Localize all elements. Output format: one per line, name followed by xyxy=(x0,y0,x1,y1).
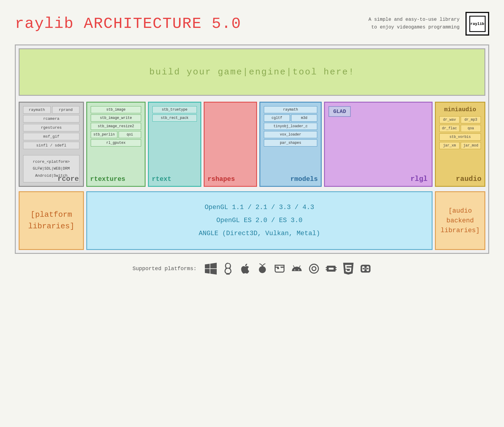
rtextures-label: rtextures xyxy=(90,176,125,183)
jar-mod-tag: jar_mod xyxy=(461,142,481,149)
dr-flac-tag: dr_flac xyxy=(439,125,460,132)
title-main: ARCHITECTURE xyxy=(84,15,212,33)
raymath-tag: raymath xyxy=(23,106,51,114)
raspberry-pi2-icon xyxy=(325,263,337,275)
opengl-box: OpenGL 1.1 / 2.1 / 3.3 / 4.3 OpenGL ES 2… xyxy=(86,191,433,250)
html5-icon xyxy=(342,263,354,275)
svg-point-0 xyxy=(259,266,266,273)
bottom-row: [platformlibraries] OpenGL 1.1 / 2.1 / 3… xyxy=(16,190,488,253)
rcore-top-modules: raymath rprand rcamera rgestures msf_gif… xyxy=(23,106,79,149)
cgltf-tag: cgltf xyxy=(264,114,290,122)
platforms-row: Supported platforms: xyxy=(15,254,489,281)
game-area: build your game|engine|tool here! xyxy=(19,48,485,96)
svg-rect-4 xyxy=(326,269,327,270)
rshapes-box: rshapes xyxy=(204,102,257,187)
svg-rect-12 xyxy=(364,268,367,270)
apple-icon xyxy=(239,263,251,275)
svg-point-10 xyxy=(363,268,364,270)
svg-point-11 xyxy=(367,268,369,270)
header-description: A simple and easy-to-use library to enjo… xyxy=(369,16,460,31)
raudio-row1: dr_wav dr_mp3 xyxy=(439,116,481,123)
rcamera-tag: rcamera xyxy=(23,115,79,122)
audio-backend-box: [audiobackendlibraries] xyxy=(435,191,485,250)
stb-image-tag: stb_image xyxy=(91,106,141,113)
rcore-row1: raymath rprand xyxy=(23,106,79,114)
jar-xm-tag: jar_xm xyxy=(439,142,460,149)
rmodels-box: raymath cgltf m3d tinyobj_loader_c vox_l… xyxy=(259,102,322,187)
middle-row: raymath rprand rcamera rgestures msf_gif… xyxy=(16,99,488,190)
linux-icon xyxy=(222,263,234,275)
stb-rect-pack-tag: stb_rect_pack xyxy=(152,114,197,122)
raspberry-pi-icon xyxy=(308,263,320,275)
header-desc-line1: A simple and easy-to-use library xyxy=(369,16,460,24)
raudio-box: miniaudio dr_wav dr_mp3 dr_flac qoa stb_… xyxy=(435,102,485,187)
platform-libs-box: [platformlibraries] xyxy=(19,191,84,250)
opengl-line2: OpenGL ES 2.0 / ES 3.0 xyxy=(216,217,302,224)
raudio-label: raudio xyxy=(456,175,481,183)
dr-mp3-tag: dr_mp3 xyxy=(461,116,481,123)
svg-rect-2 xyxy=(329,268,334,270)
opengl-text: OpenGL 1.1 / 2.1 / 3.3 / 4.3 OpenGL ES 2… xyxy=(199,201,320,240)
rgestures-tag: rgestures xyxy=(23,124,79,131)
architecture-container: build your game|engine|tool here! raymat… xyxy=(15,44,489,254)
title-text: raylib ARCHITECTURE 5.0 xyxy=(15,15,241,33)
header-desc-line2: to enjoy videogames programming xyxy=(369,24,460,31)
svg-rect-6 xyxy=(336,269,336,270)
rl-gputex-tag: rl_gputex xyxy=(91,139,141,146)
sinfl-tag: sinfl / sdefl xyxy=(23,142,79,149)
macos-icon xyxy=(256,263,268,275)
title-prefix: raylib xyxy=(15,15,84,33)
rshapes-label: rshapes xyxy=(208,176,235,183)
rmodels-label: rmodels xyxy=(291,176,318,183)
header: raylib ARCHITECTURE 5.0 A simple and eas… xyxy=(15,12,489,36)
dr-wav-tag: dr_wav xyxy=(439,116,460,123)
rprand-tag: rprand xyxy=(52,106,80,114)
svg-rect-3 xyxy=(326,267,327,268)
header-right: A simple and easy-to-use library to enjo… xyxy=(369,12,489,36)
rmodels-raymath-tag: raymath xyxy=(264,106,317,113)
raudio-row2: dr_flac qoa xyxy=(439,125,481,132)
stb-image-write-tag: stb_image_write xyxy=(91,114,141,122)
vox-loader-tag: vox_loader xyxy=(264,131,317,138)
m3d-tag: m3d xyxy=(291,114,317,122)
game-area-text: build your game|engine|tool here! xyxy=(31,67,473,77)
rtextures-box: stb_image stb_image_write stb_image_resi… xyxy=(86,102,146,187)
windows-icon xyxy=(205,263,217,275)
opengl-line1: OpenGL 1.1 / 2.1 / 3.3 / 4.3 xyxy=(205,204,314,211)
title-version: 5.0 xyxy=(212,15,241,33)
platform-libs-text: [platformlibraries] xyxy=(28,209,74,232)
rtext-box: stb_truetype stb_rect_pack rtext xyxy=(148,102,201,187)
tinyobj-tag: tinyobj_loader_c xyxy=(264,123,317,130)
glad-box: GLAD xyxy=(328,106,351,117)
logo-text: raylib xyxy=(470,22,484,26)
raylib-logo-inner: raylib xyxy=(469,16,486,32)
raylib-logo: raylib xyxy=(465,12,489,36)
par-shapes-tag: par_shapes xyxy=(264,139,317,146)
audio-backend-text: [audiobackendlibraries] xyxy=(441,206,480,235)
rcore-box: raymath rprand rcamera rgestures msf_gif… xyxy=(19,102,84,187)
stb-vorbis-tag: stb_vorbis xyxy=(439,133,481,141)
svg-rect-5 xyxy=(336,267,336,268)
title: raylib ARCHITECTURE 5.0 xyxy=(15,15,241,33)
steamdeck-icon xyxy=(274,263,286,275)
platforms-label: Supported platforms: xyxy=(133,266,197,272)
stb-perlin-tag: stb_perlin xyxy=(91,131,117,138)
rlgl-label: rlgl xyxy=(410,175,428,183)
rmodels-row2: cgltf m3d xyxy=(264,114,317,122)
stb-truetype-tag: stb_truetype xyxy=(152,106,197,113)
android-icon xyxy=(291,263,303,275)
rlgl-area: GLAD rlgl xyxy=(324,102,433,187)
stb-image-resize2-tag: stb_image_resize2 xyxy=(91,123,141,130)
opengl-line3: ANGLE (Direct3D, Vulkan, Metal) xyxy=(199,230,320,237)
raudio-title: miniaudio xyxy=(439,106,481,113)
raudio-row3: jar_xm jar_mod xyxy=(439,142,481,149)
rtext-label: rtext xyxy=(152,176,171,183)
switch-icon xyxy=(360,263,371,275)
msf-gif-tag: msf_gif xyxy=(23,133,79,140)
rcore-label: rcore xyxy=(58,175,79,183)
qoa-tag: qoa xyxy=(461,125,481,132)
qoi-tag: qoi xyxy=(119,131,141,138)
